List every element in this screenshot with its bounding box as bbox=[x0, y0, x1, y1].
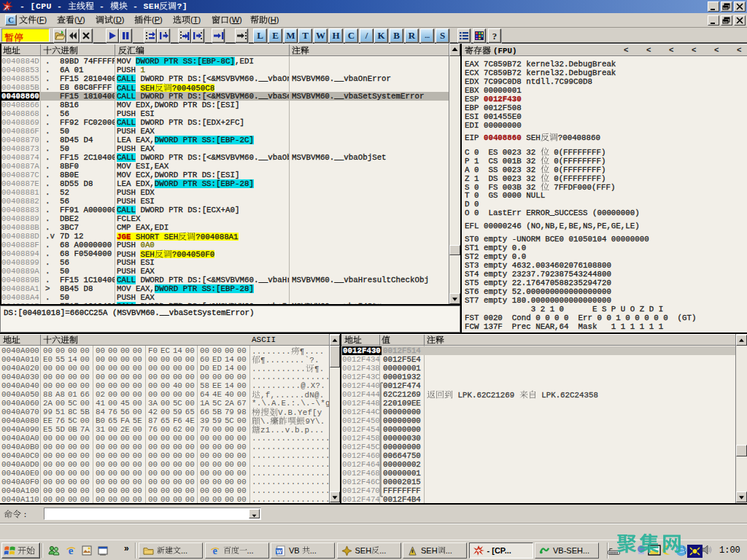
svg-text:e: e bbox=[69, 545, 74, 556]
svg-text:W: W bbox=[276, 548, 282, 555]
svg-text:e: e bbox=[212, 545, 217, 556]
svg-text:?: ? bbox=[492, 31, 498, 42]
